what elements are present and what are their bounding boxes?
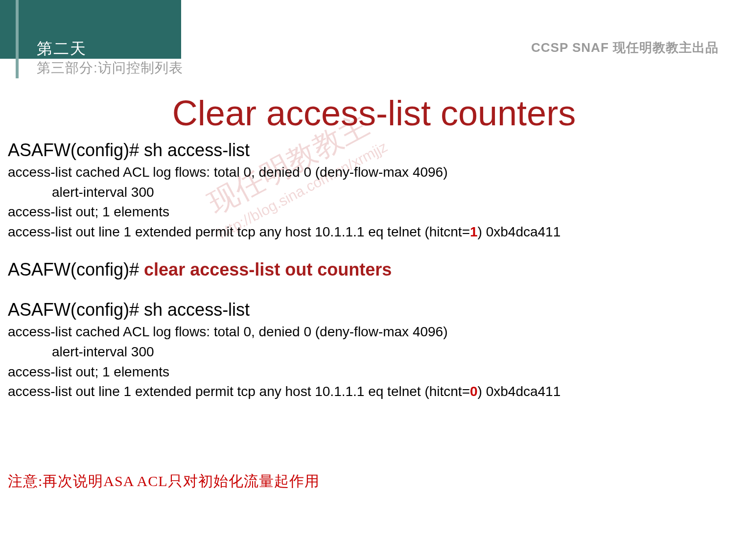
header-bar	[0, 0, 181, 59]
cli-output-1b: alert-interval 300	[8, 183, 740, 203]
cli-output-1a: access-list cached ACL log flows: total …	[8, 163, 740, 183]
cli-output-1d-pre: access-list out line 1 extended permit t…	[8, 224, 470, 239]
slide-title: Clear access-list counters	[0, 93, 748, 133]
hitcnt-value-1: 1	[470, 224, 478, 239]
cli-output-3b: alert-interval 300	[8, 342, 740, 362]
cli-output-1c: access-list out; 1 elements	[8, 202, 740, 222]
cli-command-2: ASAFW(config)# clear access-list out cou…	[8, 259, 740, 280]
slide-body: ASAFW(config)# sh access-list access-lis…	[8, 137, 740, 402]
cli-command-3: ASAFW(config)# sh access-list	[8, 300, 740, 320]
cli-prompt-2: ASAFW(config)#	[8, 259, 144, 280]
section-label: 第三部分:访问控制列表	[37, 59, 183, 77]
cli-output-3d: access-list out line 1 extended permit t…	[8, 382, 740, 402]
cli-command-1: ASAFW(config)# sh access-list	[8, 140, 740, 161]
cli-output-3a: access-list cached ACL log flows: total …	[8, 322, 740, 342]
cli-output-1d: access-list out line 1 extended permit t…	[8, 222, 740, 242]
footnote: 注意:再次说明ASA ACL只对初始化流量起作用	[8, 471, 320, 491]
course-credit: CCSP SNAF 现任明教教主出品	[531, 39, 719, 56]
cli-command-2-text: clear access-list out counters	[144, 259, 392, 280]
cli-output-3d-post: ) 0xb4dca411	[478, 384, 561, 399]
day-label: 第二天	[37, 38, 87, 60]
cli-output-3c: access-list out; 1 elements	[8, 362, 740, 382]
header-accent	[16, 0, 19, 78]
cli-output-1d-post: ) 0xb4dca411	[478, 224, 561, 239]
cli-output-3d-pre: access-list out line 1 extended permit t…	[8, 384, 470, 399]
hitcnt-value-2: 0	[470, 384, 478, 399]
